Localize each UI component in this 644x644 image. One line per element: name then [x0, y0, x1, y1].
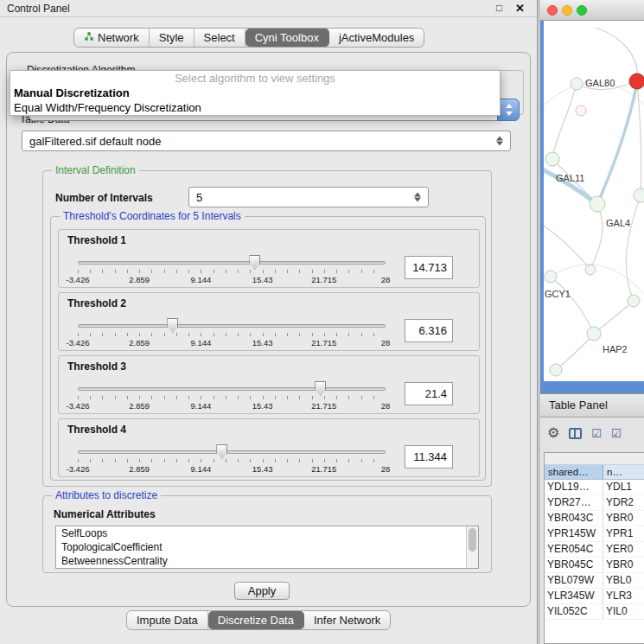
slider-thumb[interactable] — [315, 381, 326, 396]
threshold-4-panel: Threshold 4 -3.426 2.859 9.144 15.43 21.… — [58, 418, 480, 477]
threshold-1-value-field[interactable]: 14.713 — [405, 256, 453, 279]
group-title: Interval Definition — [52, 164, 139, 176]
table-cell[interactable]: YDL1 — [603, 480, 644, 494]
tab-style[interactable]: Style — [150, 29, 194, 47]
slider-track[interactable] — [78, 324, 386, 328]
network-node[interactable] — [585, 265, 596, 275]
scrollbar-thumb[interactable] — [469, 528, 476, 552]
close-icon[interactable]: ✕ — [515, 2, 525, 15]
table-panel-title: Table Panel — [549, 399, 608, 411]
network-node[interactable] — [576, 105, 586, 116]
close-traffic-light-button[interactable] — [547, 5, 558, 16]
tab-jactivemodules[interactable]: jActiveModules — [329, 29, 424, 47]
dropdown-option-equal-width[interactable]: Equal Width/Frequency Discretization — [10, 100, 500, 115]
column-header-name[interactable]: n… — [603, 465, 644, 479]
table-cell[interactable]: YPR145W — [545, 526, 603, 541]
threshold-2-value-field[interactable]: 6.316 — [405, 319, 453, 342]
combobox-spinner-icon — [414, 192, 422, 203]
tab-impute-data[interactable]: Impute Data — [127, 611, 208, 629]
table-row[interactable]: YDR27…YDR2 — [545, 495, 644, 511]
table-cell[interactable]: YLR3 — [603, 589, 644, 603]
table-cell[interactable]: YPR1 — [603, 526, 644, 541]
network-node[interactable] — [587, 327, 601, 341]
network-node[interactable] — [634, 188, 644, 202]
list-item[interactable]: TopologicalCoefficient — [56, 540, 478, 554]
table-cell[interactable]: YBR0 — [603, 511, 644, 526]
network-node[interactable] — [628, 295, 640, 307]
network-window-titlebar[interactable] — [540, 0, 644, 21]
table-row[interactable]: YBR043CYBR0 — [545, 511, 644, 526]
table-cell[interactable]: YBR0 — [603, 558, 644, 572]
zoom-traffic-light-button[interactable] — [577, 5, 587, 16]
table-cell[interactable]: YLR345W — [545, 589, 603, 603]
table-row[interactable]: YER054CYER0 — [545, 542, 644, 558]
slider-track[interactable] — [78, 261, 386, 265]
columns-icon[interactable] — [569, 428, 582, 439]
tab-cyni-toolbox[interactable]: Cyni Toolbox — [245, 29, 329, 47]
network-node[interactable] — [571, 78, 583, 90]
slider-track[interactable] — [78, 387, 386, 391]
table-cell[interactable]: YDL19… — [545, 480, 603, 494]
table-row[interactable]: YDL19…YDL1 — [545, 480, 644, 495]
tab-label: Infer Network — [314, 611, 380, 629]
float-window-icon[interactable]: □ — [496, 2, 502, 14]
table-row[interactable]: YIL052CYIL0 — [545, 604, 644, 620]
tab-network[interactable]: Network — [74, 29, 150, 47]
checkbox-select-none-icon[interactable]: ☑ — [611, 428, 622, 439]
threshold-3-panel: Threshold 3 -3.426 2.859 9.144 15.43 21.… — [58, 355, 480, 414]
table-cell[interactable]: YDR27… — [545, 495, 603, 510]
threshold-label: Threshold 1 — [67, 234, 126, 246]
threshold-2-slider[interactable]: -3.426 2.859 9.144 15.43 21.715 28 — [78, 317, 386, 350]
network-node[interactable] — [545, 152, 559, 166]
list-item[interactable]: BetweennessCentrality — [56, 554, 478, 568]
node-table: shared… n… YDL19…YDL1 YDR27…YDR2 YBR043C… — [544, 452, 644, 644]
network-node[interactable] — [590, 196, 605, 212]
table-cell[interactable]: YDR2 — [603, 495, 644, 510]
tick-label: -3.426 — [67, 401, 90, 411]
threshold-4-value-field[interactable]: 11.344 — [405, 445, 453, 469]
network-node[interactable] — [550, 364, 562, 376]
apply-button[interactable]: Apply — [234, 582, 290, 600]
table-cell[interactable]: YBR043C — [545, 511, 603, 526]
number-of-intervals-combobox[interactable]: 5 — [188, 187, 429, 207]
minimize-traffic-light-button[interactable] — [562, 5, 572, 16]
threshold-label: Threshold 3 — [67, 360, 126, 373]
column-header-shared-name[interactable]: shared… — [545, 465, 603, 479]
table-row[interactable]: YBR045CYBR0 — [545, 558, 644, 573]
tab-select[interactable]: Select — [194, 29, 245, 47]
tick-label: -3.426 — [67, 275, 90, 284]
table-cell[interactable]: YBL079W — [545, 573, 603, 588]
numerical-attributes-list: SelfLoops TopologicalCoefficient Between… — [55, 526, 479, 569]
slider-thumb[interactable] — [216, 444, 227, 459]
gear-icon[interactable]: ⚙ — [547, 426, 559, 440]
list-item[interactable]: SelfLoops — [56, 526, 478, 540]
table-cell[interactable]: YER0 — [603, 542, 644, 557]
node-label-gcy1: GCY1 — [545, 289, 571, 299]
attributes-group: Attributes to discretize Numerical Attri… — [42, 495, 492, 573]
network-node[interactable] — [545, 271, 557, 283]
table-cell[interactable]: YBL0 — [603, 573, 644, 588]
threshold-3-value-field[interactable]: 21.4 — [405, 382, 453, 405]
dropdown-option-manual[interactable]: Manual Discretization — [10, 86, 500, 100]
table-row[interactable]: YPR145WYPR1 — [545, 526, 644, 542]
table-data-combobox[interactable]: galFiltered.sif default node — [22, 131, 511, 151]
table-cell[interactable]: YIL0 — [603, 604, 644, 619]
table-cell[interactable]: YER054C — [545, 542, 603, 557]
slider-track[interactable] — [78, 450, 386, 454]
network-canvas[interactable]: GAL80 GAL11 GAL4 GCY1 HAP2 — [544, 21, 644, 381]
tick-label: 21.715 — [311, 401, 336, 411]
network-node-red[interactable] — [629, 73, 644, 89]
slider-thumb[interactable] — [249, 255, 260, 270]
attributes-scrollbar[interactable] — [466, 526, 478, 568]
table-cell[interactable]: YIL052C — [545, 604, 603, 619]
checkbox-select-all-icon[interactable]: ☑ — [591, 428, 602, 439]
threshold-1-slider[interactable]: -3.426 2.859 9.144 15.43 21.715 28 — [78, 254, 386, 287]
table-cell[interactable]: YBR045C — [545, 558, 603, 572]
tab-infer-network[interactable]: Infer Network — [304, 611, 390, 629]
table-row[interactable]: YLR345WYLR3 — [545, 589, 644, 604]
threshold-3-slider[interactable]: -3.426 2.859 9.144 15.43 21.715 28 — [78, 380, 386, 413]
tab-discretize-data[interactable]: Discretize Data — [208, 611, 304, 629]
slider-thumb[interactable] — [167, 318, 178, 333]
table-row[interactable]: YBL079WYBL0 — [545, 573, 644, 589]
threshold-4-slider[interactable]: -3.426 2.859 9.144 15.43 21.715 28 — [78, 443, 386, 476]
